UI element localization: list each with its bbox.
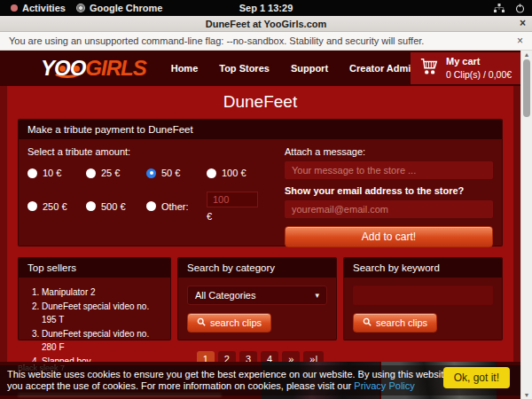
warning-text: You are using an unsupported command-lin…: [9, 35, 424, 46]
radio-icon[interactable]: [207, 168, 216, 178]
site-logo[interactable]: YOOGIRLS: [41, 58, 146, 79]
cookie-consent-bar: This website uses cookies to ensure you …: [0, 365, 520, 395]
message-label: Attach a message:: [285, 146, 493, 157]
category-select-value: All Categories: [195, 290, 255, 301]
page-title: DuneFeet: [7, 86, 513, 119]
network-icon[interactable]: [494, 4, 505, 13]
screen: Activities Google Chrome Sep 1 13:29 Dun…: [0, 0, 532, 399]
nav-item-top-stores[interactable]: Top Stores: [219, 63, 270, 74]
list-item[interactable]: Manipulator 2: [42, 286, 161, 300]
chevron-down-icon: ▾: [315, 291, 319, 300]
search-clips-keyword-button[interactable]: search clips: [353, 313, 437, 332]
privacy-policy-link[interactable]: Privacy Policy: [354, 380, 414, 391]
app-indicator[interactable]: Google Chrome: [76, 3, 163, 13]
window-close-button[interactable]: ×: [520, 17, 526, 29]
page-area: YOOGIRLS Home Top Stores Support Creator…: [0, 51, 520, 399]
cart-summary: 0 Clip(s) / 0,00€: [446, 69, 512, 80]
radio-icon[interactable]: [146, 201, 156, 211]
amount-option-500[interactable]: 500 €: [86, 191, 146, 222]
keyword-input[interactable]: [353, 286, 493, 305]
scroll-up-icon[interactable]: ▲: [521, 51, 532, 58]
nav-item-creator-admin[interactable]: Creator Admin: [349, 63, 417, 74]
amount-label: Select a tribute amount:: [27, 146, 272, 157]
browser-viewport: YOOGIRLS Home Top Stores Support Creator…: [0, 51, 532, 399]
logo-text-girls: GIRLS: [85, 56, 145, 80]
radio-icon[interactable]: [27, 201, 37, 211]
nav-item-home[interactable]: Home: [171, 63, 199, 74]
activities-icon: [11, 4, 18, 12]
scrollbar-thumb[interactable]: [523, 59, 530, 117]
logo-eye-icon: [74, 66, 80, 72]
radio-icon[interactable]: [27, 168, 37, 178]
amount-option-50[interactable]: 50 €: [146, 168, 207, 178]
category-select[interactable]: All Categories ▾: [187, 286, 327, 305]
email-label: Show your email address to the store?: [285, 185, 493, 196]
chrome-icon: [76, 4, 85, 12]
amount-option-other[interactable]: Other:: [146, 191, 207, 222]
top-sellers-title: Top sellers: [19, 258, 170, 278]
search-icon: [363, 317, 372, 328]
radio-icon[interactable]: [86, 201, 96, 211]
search-icon: [197, 317, 206, 328]
amount-options: 10 € 25 € 50 € 100 € 250 € 500 € Other: …: [27, 168, 272, 222]
top-sellers-panel: Top sellers Manipulator 2 DuneFeet speci…: [18, 257, 171, 340]
my-cart-widget[interactable]: My cart 0 Clip(s) / 0,00€: [411, 52, 520, 84]
email-input[interactable]: [285, 200, 493, 218]
scroll-down-icon[interactable]: ▼: [521, 392, 532, 398]
search-keyword-title: Search by keyword: [344, 258, 502, 278]
add-to-cart-button[interactable]: Add to cart!: [285, 226, 493, 247]
main-nav: Home Top Stores Support Creator Admin: [171, 63, 417, 74]
amount-option-10[interactable]: 10 €: [27, 168, 86, 178]
app-indicator-label: Google Chrome: [90, 3, 163, 13]
radio-icon[interactable]: [86, 168, 96, 178]
cookie-ok-button[interactable]: Ok, got it!: [443, 367, 510, 388]
message-input[interactable]: [285, 161, 493, 179]
amount-option-250[interactable]: 250 €: [27, 191, 86, 222]
tribute-panel: Make a tribute payment to DuneFeet Selec…: [18, 119, 503, 246]
search-category-panel: Search by category All Categories ▾ sear…: [177, 257, 337, 340]
scrollbar[interactable]: ▲ ▼: [520, 51, 532, 399]
activities-label: Activities: [22, 3, 66, 13]
list-item[interactable]: DuneFeet special video no. 195 T: [42, 300, 161, 327]
power-icon[interactable]: [515, 4, 525, 13]
window-title: DuneFeet at YooGirls.com: [206, 19, 327, 29]
main-container: DuneFeet Make a tribute payment to DuneF…: [7, 86, 513, 365]
cart-icon: [419, 57, 439, 80]
nav-item-support[interactable]: Support: [291, 63, 328, 74]
logo-eye-icon: [59, 66, 66, 72]
amount-option-25[interactable]: 25 €: [86, 168, 146, 178]
search-category-title: Search by category: [178, 258, 336, 278]
warning-bar: You are using an unsupported command-lin…: [0, 32, 532, 51]
radio-icon[interactable]: [146, 168, 156, 178]
other-amount-input[interactable]: [207, 192, 258, 207]
window-title-bar: DuneFeet at YooGirls.com ×: [0, 16, 532, 32]
currency-label: €: [207, 211, 269, 222]
tribute-panel-title: Make a tribute payment to DuneFeet: [19, 120, 502, 139]
search-keyword-panel: Search by keyword search clips: [343, 257, 503, 340]
list-item[interactable]: DuneFeet special video no. 280 F: [42, 327, 161, 355]
system-top-bar: Activities Google Chrome Sep 1 13:29: [0, 0, 532, 16]
search-clips-category-button[interactable]: search clips: [187, 313, 271, 332]
amount-option-100[interactable]: 100 €: [207, 168, 269, 178]
activities-button[interactable]: Activities: [11, 3, 66, 13]
warning-close-icon[interactable]: ×: [517, 35, 523, 47]
site-header: YOOGIRLS Home Top Stores Support Creator…: [0, 51, 520, 86]
cart-title: My cart: [446, 56, 481, 66]
